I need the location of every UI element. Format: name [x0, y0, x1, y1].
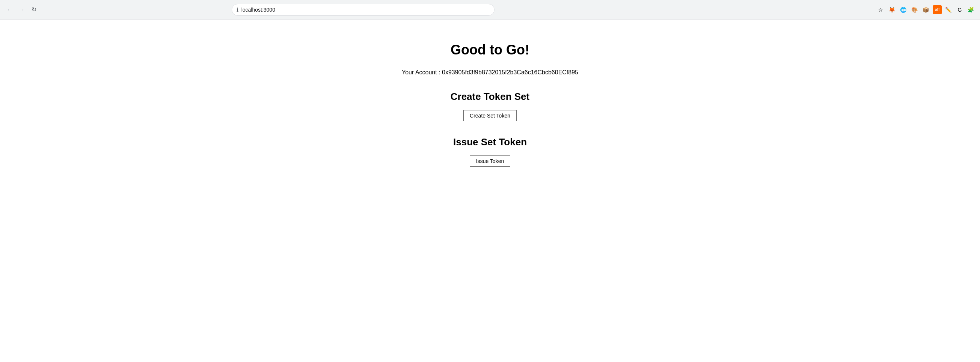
issue-token-button[interactable]: Issue Token: [470, 155, 510, 167]
page-content: Good to Go! Your Account : 0x93905fd3f9b…: [0, 19, 980, 182]
forward-button[interactable]: →: [16, 5, 27, 15]
ext-color-icon[interactable]: 🎨: [910, 5, 919, 14]
account-address: Your Account : 0x93905fd3f9b8732015f2b3C…: [402, 69, 578, 76]
bookmark-icon[interactable]: ☆: [877, 5, 885, 14]
ext-off-icon[interactable]: off: [933, 5, 942, 14]
url-text: localhost:3000: [242, 7, 275, 13]
ext-puzzle-icon[interactable]: 🧩: [966, 5, 975, 14]
browser-chrome: ← → ↻ ℹ localhost:3000 ☆ 🦊 🌐 🎨 📦 off ✏️ …: [0, 0, 980, 19]
back-button[interactable]: ←: [5, 5, 15, 15]
security-icon: ℹ: [237, 7, 239, 13]
browser-extensions: ☆ 🦊 🌐 🎨 📦 off ✏️ G 🧩: [877, 5, 975, 14]
ext-grammarly-icon[interactable]: G: [955, 5, 964, 14]
create-set-token-button[interactable]: Create Set Token: [463, 110, 517, 121]
reload-button[interactable]: ↻: [29, 5, 39, 15]
metamask-icon[interactable]: 🦊: [888, 5, 897, 14]
nav-buttons: ← → ↻: [5, 5, 39, 15]
address-bar[interactable]: ℹ localhost:3000: [232, 4, 495, 16]
ext-package-icon[interactable]: 📦: [921, 5, 931, 14]
issue-set-token-heading: Issue Set Token: [453, 136, 527, 148]
ext-globe-icon[interactable]: 🌐: [899, 5, 908, 14]
ext-edit-icon[interactable]: ✏️: [944, 5, 953, 14]
page-title: Good to Go!: [450, 42, 530, 58]
create-token-set-heading: Create Token Set: [450, 91, 530, 102]
